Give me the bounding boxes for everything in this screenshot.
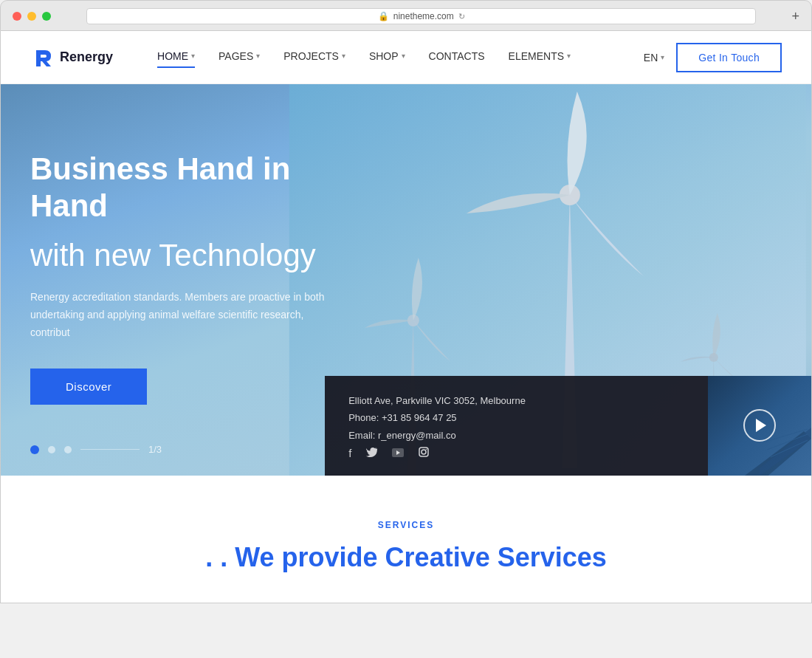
play-triangle-icon [756, 419, 766, 432]
close-dot[interactable] [13, 12, 21, 21]
nav-home[interactable]: HOME ▾ [157, 50, 195, 65]
nav-right: EN ▾ Get In Touch [644, 43, 782, 72]
svg-point-11 [426, 449, 427, 450]
contact-email: Email: r_energy@mail.co [348, 427, 684, 444]
logo-icon [30, 46, 54, 69]
twitter-icon[interactable] [366, 447, 377, 459]
chevron-down-icon: ▾ [661, 53, 664, 61]
chevron-down-icon: ▾ [191, 52, 195, 60]
services-section: SERVICES . . We provide Creative Service… [1, 476, 811, 603]
minimize-dot[interactable] [27, 12, 36, 21]
instagram-icon[interactable] [419, 447, 429, 459]
hero-description: Renergy accreditation standards. Members… [30, 289, 340, 341]
discover-button[interactable]: Discover [30, 369, 147, 405]
services-section-label: SERVICES [30, 520, 782, 530]
chevron-down-icon: ▾ [256, 52, 260, 60]
language-selector[interactable]: EN ▾ [644, 52, 664, 64]
slider-controls: 1/3 [30, 444, 162, 455]
hero-content: Business Hand in Hand with new Technolog… [1, 84, 399, 405]
new-tab-button[interactable]: + [791, 9, 799, 24]
address-bar[interactable]: 🔒 ninetheme.com ↻ [86, 8, 756, 24]
logo[interactable]: Renergy [30, 46, 113, 69]
slider-dot-1[interactable] [30, 445, 39, 454]
logo-text: Renergy [60, 49, 113, 65]
website-frame: Renergy HOME ▾ PAGES ▾ PROJECTS ▾ SHOP ▾… [0, 31, 812, 603]
chevron-down-icon: ▾ [342, 52, 345, 60]
browser-chrome: 🔒 ninetheme.com ↻ + [0, 0, 812, 31]
contact-address: Elliott Ave, Parkville VIC 3052, Melbour… [348, 392, 684, 409]
youtube-icon[interactable] [392, 447, 404, 459]
hero-title-bold: Business Hand in Hand [30, 151, 370, 225]
slider-dot-2[interactable] [48, 446, 55, 453]
nav-shop[interactable]: SHOP ▾ [369, 50, 405, 65]
nav-links: HOME ▾ PAGES ▾ PROJECTS ▾ SHOP ▾ CONTACT… [157, 50, 644, 65]
slider-dot-3[interactable] [64, 446, 72, 453]
contact-info-box: Elliott Ave, Parkville VIC 3052, Melbour… [325, 376, 708, 476]
chevron-down-icon: ▾ [402, 52, 405, 60]
svg-rect-9 [419, 448, 428, 456]
svg-point-10 [422, 450, 426, 454]
chevron-down-icon: ▾ [567, 52, 571, 60]
video-thumbnail[interactable] [708, 376, 811, 476]
social-icons: f [348, 447, 684, 459]
nav-projects[interactable]: PROJECTS ▾ [283, 50, 345, 65]
slider-counter: 1/3 [148, 444, 162, 455]
slider-progress-line [80, 449, 140, 450]
url-text: ninetheme.com [393, 11, 454, 21]
refresh-icon[interactable]: ↻ [458, 12, 465, 21]
hero-title-light: with new Technology [30, 237, 370, 274]
navbar: Renergy HOME ▾ PAGES ▾ PROJECTS ▾ SHOP ▾… [1, 31, 811, 84]
services-highlight: Creative Services [385, 542, 607, 572]
hero-section: Business Hand in Hand with new Technolog… [1, 84, 811, 476]
browser-controls: 🔒 ninetheme.com ↻ + [13, 8, 799, 24]
lock-icon: 🔒 [378, 11, 389, 21]
nav-contacts[interactable]: CONTACTS [429, 50, 485, 65]
hero-bottom-bar: Elliott Ave, Parkville VIC 3052, Melbour… [325, 376, 811, 476]
maximize-dot[interactable] [42, 12, 51, 21]
facebook-icon[interactable]: f [348, 447, 351, 459]
nav-pages[interactable]: PAGES ▾ [219, 50, 260, 65]
services-section-title: . . We provide Creative Services [30, 542, 782, 573]
nav-elements[interactable]: ELEMENTS ▾ [509, 50, 571, 65]
get-in-touch-button[interactable]: Get In Touch [676, 43, 782, 72]
contact-phone: Phone: +31 85 964 47 25 [348, 409, 684, 426]
